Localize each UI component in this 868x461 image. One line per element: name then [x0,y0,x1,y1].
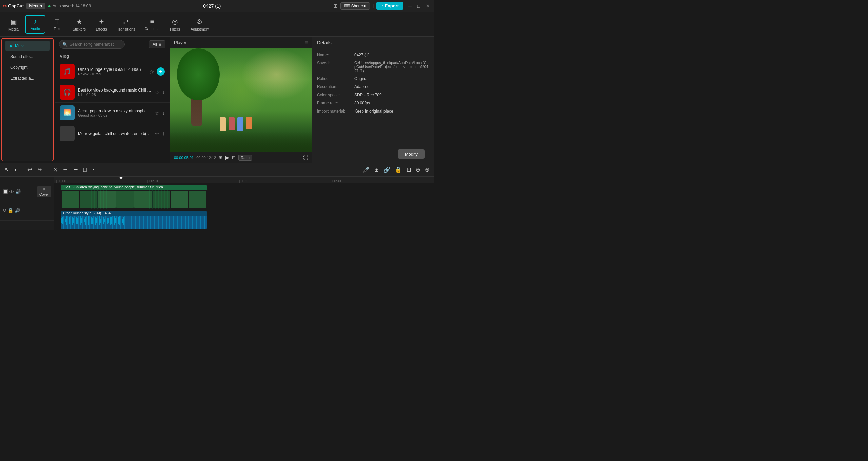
playhead[interactable] [121,177,121,183]
timeline-main: | 00:00 | 00:10 | 00:20 | 00:30 16of18 C… [54,177,434,230]
favorite-button-3[interactable]: ☆ [155,110,159,116]
undo-button[interactable]: ↩ [26,165,33,174]
tool-media[interactable]: ▣ Media [3,16,24,33]
maximize-button[interactable]: □ [415,3,422,9]
svg-rect-7 [71,219,71,223]
caption-button[interactable]: ⊡ [405,165,412,174]
framerate-value: 30.00fps [354,101,429,105]
sidebar-item-copyright[interactable]: Copyright [5,62,50,73]
playhead-line [121,183,121,230]
search-wrapper: 🔍 [59,40,146,49]
audio-item[interactable]: 🌅 A chill pop truck with a sexy atmosphe… [55,103,170,123]
svg-rect-41 [117,219,117,222]
redo-button[interactable]: ↪ [36,165,43,174]
download-button-4[interactable]: ↓ [162,131,165,137]
select-tool-button[interactable]: ↖ [3,165,11,174]
mic-button[interactable]: 🎤 [361,165,371,174]
resolution-label: Resolution: [317,84,354,89]
download-button-2[interactable]: ↓ [162,89,165,95]
video-track-eye-button[interactable]: 👁 [9,189,14,194]
close-button[interactable]: ✕ [424,3,431,9]
trim-left-button[interactable]: ⊣ [62,165,69,174]
details-panel: Details Name: 0427 (1) Saved: C:/Users/t… [312,37,434,163]
audio-actions-4: ☆ ↓ [155,131,165,137]
audio-item[interactable]: Merrow guitar, chill out, winter, emo b(… [55,123,170,144]
svg-rect-27 [98,217,98,224]
audio-meta-1: Re-lax · 01:59 [78,72,146,76]
player-controls: 00:00:05:01 00:00:12:12 ⊞ ▶ ⊡ Ratio ⛶ [170,152,312,163]
lock-button[interactable]: 🔒 [394,165,403,174]
audio-meta-3: Gerushida · 03:02 [78,113,151,117]
framerate-label: Frame rate: [317,101,354,105]
svg-rect-2 [64,218,64,224]
resolution-value: Adapted [354,84,429,89]
minimize-button[interactable]: ─ [406,3,414,9]
link-button[interactable]: 🔗 [382,165,392,174]
select-tool-dropdown[interactable]: ▾ [13,166,18,173]
export-button[interactable]: ↑ Export [376,2,403,10]
video-track-lock-button[interactable]: 🔲 [3,189,8,194]
audio-track-mute-button[interactable]: 🔊 [15,208,20,213]
audio-track-lock-button[interactable]: 🔒 [8,208,13,213]
filter-icon: ⊟ [158,42,162,47]
fit-screen-button[interactable]: ⊡ [232,155,236,160]
fullscreen-button[interactable]: ⛶ [303,155,308,160]
search-input[interactable] [59,40,125,49]
video-clip[interactable]: 16of18 Children playing, dancing, young … [61,185,207,209]
audio-item[interactable]: 🎧 Best for video background music Chill … [55,82,170,103]
tool-adjustment[interactable]: ⚙ Adjustment [186,16,213,33]
favorite-button-4[interactable]: ☆ [155,131,159,137]
all-filter-button[interactable]: All ⊟ [149,40,165,48]
tool-filters[interactable]: ◎ Filters [165,16,185,33]
shortcut-button[interactable]: ⌨ Shortcut [340,2,370,10]
tool-stickers[interactable]: ★ Stickers [68,16,90,33]
favorite-button-2[interactable]: ☆ [155,89,159,96]
tool-captions[interactable]: ≡ Captions [141,16,163,33]
cover-button[interactable]: ✏ Cover [37,186,51,197]
tool-audio[interactable]: ♪ Audio [25,15,45,34]
snap-button[interactable]: ⊞ [373,165,380,174]
delete-button[interactable]: □ [82,165,88,174]
zoom-out-button[interactable]: ⊖ [414,165,421,174]
add-button-1[interactable]: + [157,67,165,76]
tool-audio-label: Audio [31,27,40,31]
grid-view-button[interactable]: ⊞ [219,155,222,160]
colorspace-label: Color space: [317,93,354,97]
trim-right-button[interactable]: ⊢ [72,165,79,174]
video-track-mute-button[interactable]: 🔊 [15,189,21,194]
tool-effects[interactable]: ✦ Effects [91,16,112,33]
modify-button[interactable]: Modify [398,149,425,159]
details-header: Details [312,37,434,49]
svg-rect-3 [65,219,66,222]
audio-item[interactable]: 🎵 Urban lounge style BGM(1148490) Re-lax… [55,61,170,82]
play-button[interactable]: ▶ [225,154,229,161]
arrow-icon: ▶ [10,44,13,48]
download-button-3[interactable]: ↓ [162,110,165,116]
ratio-label: Ratio: [317,76,354,81]
split-button[interactable]: ⚔ [52,165,59,174]
player-menu-button[interactable]: ≡ [305,39,308,45]
tool-adjustment-label: Adjustment [191,27,209,31]
sidebar-item-sound-effects[interactable]: Sound effe... [5,52,50,62]
text-icon: T [55,18,59,25]
landscape-icon: 🌅 [63,109,71,117]
layout-icon: ⊞ [333,3,338,9]
sidebar-item-music[interactable]: ▶ Music [5,41,50,51]
tool-transitions[interactable]: ⇄ Transitions [113,16,139,33]
audio-track-loop-button[interactable]: ↻ [3,208,6,213]
svg-rect-6 [69,217,70,224]
detail-saved: Saved: C:/Users/topgus_thinkpad/AppData/… [317,61,429,73]
zoom-in-button[interactable]: ⊕ [423,165,431,174]
extracted-label: Extracted a... [10,76,34,81]
tool-text[interactable]: T Text [47,16,67,33]
ratio-button[interactable]: Ratio [238,155,252,161]
audio-clip-header: Urban lounge style BGM(1148490) [61,211,207,216]
favorite-button-1[interactable]: ☆ [149,68,154,75]
menu-button[interactable]: Menu ▾ [26,3,45,9]
sidebar-item-extracted[interactable]: Extracted a... [5,73,50,83]
timeline-ruler: | 00:00 | 00:10 | 00:20 | 00:30 [54,177,434,183]
marker-button[interactable]: 🏷 [91,165,99,174]
autosave-status: ● Auto saved: 14:18:09 [48,3,91,9]
timeline-content: 🔲 👁 🔊 ✏ Cover ↻ 🔒 🔊 | 00:00 | 00:1 [0,177,434,230]
audio-clip[interactable]: Urban lounge style BGM(1148490) [61,211,207,229]
